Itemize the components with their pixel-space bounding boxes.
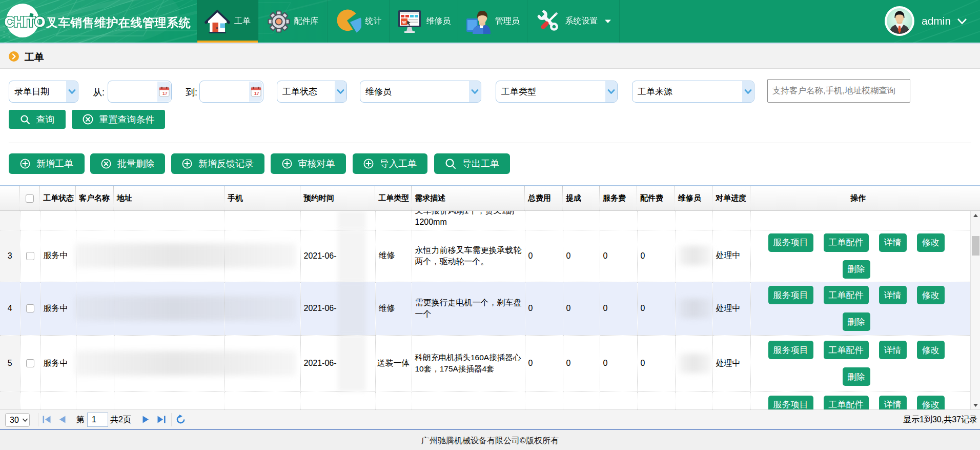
svg-text:w: w bbox=[402, 19, 406, 25]
svg-text:CHITO: CHITO bbox=[5, 14, 45, 30]
svg-text:17: 17 bbox=[162, 91, 168, 96]
svg-text:17: 17 bbox=[254, 91, 259, 96]
